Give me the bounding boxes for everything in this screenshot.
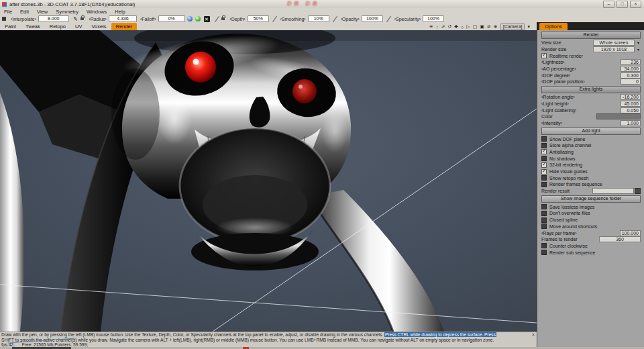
specularity-pen-icon[interactable]: ╱ (386, 15, 390, 22)
add-light-button[interactable]: Add light (541, 128, 641, 135)
brush-icon[interactable]: ✎ (72, 15, 78, 22)
tab-tweak[interactable]: Tweak (21, 23, 45, 30)
hide-visual-guides-label[interactable]: Hide visual guides (549, 169, 641, 174)
render-size-dropdown[interactable]: 1920 x 1018 (593, 46, 635, 52)
dismiss-hint-icon[interactable]: × (532, 333, 535, 337)
rotate-icon[interactable]: ↺ (447, 24, 451, 30)
move-icon[interactable]: ✚ (454, 24, 458, 30)
tab-uv[interactable]: UV (70, 23, 87, 30)
menu-help[interactable]: Help (111, 9, 129, 15)
interpolate-input[interactable]: 8.000 (38, 15, 69, 22)
hide-visual-guides-checkbox[interactable] (541, 169, 547, 174)
realtime-render-label[interactable]: Realtime render (549, 54, 641, 58)
lock-icon[interactable] (80, 17, 84, 20)
depth-pen-icon[interactable]: ╱ (215, 15, 219, 22)
menu-edit[interactable]: Edit (16, 9, 33, 15)
light-scattering-input[interactable]: 0.050 (621, 107, 641, 113)
chevron-down-icon[interactable]: ▾ (636, 47, 641, 52)
dof-degree-input[interactable]: 0.300 (621, 72, 641, 79)
dont-overwrite-checkbox[interactable] (541, 211, 547, 216)
closed-spline-label[interactable]: Closed spline (549, 217, 641, 222)
opacity-input[interactable]: 100% (362, 15, 383, 22)
no-shadows-label[interactable]: No shadows (549, 156, 641, 161)
intensity-input[interactable]: 1.000 (621, 120, 641, 126)
view-size-dropdown[interactable]: Whole screen (593, 40, 635, 46)
dont-overwrite-label[interactable]: Don't overwrite files (549, 211, 641, 215)
closed-spline-checkbox[interactable] (541, 217, 547, 223)
antialiasing-checkbox[interactable] (541, 149, 547, 154)
tab-voxels[interactable]: Voxels (87, 23, 111, 30)
save-lossless-label[interactable]: Save lossless images (549, 205, 641, 209)
status-bar: Draw with the pen, or by pressing the le… (0, 332, 537, 348)
brush-shape-icon[interactable] (2, 17, 6, 21)
show-retopo-mesh-label[interactable]: Show retopo mesh (549, 176, 641, 181)
antialiasing-label[interactable]: Antialiasing (549, 150, 641, 154)
move-around-shortcuts-label[interactable]: Move around shortcuts (549, 224, 641, 229)
menu-windows[interactable]: Windows (83, 9, 111, 15)
render-sub-sequence-label[interactable]: Render sub sequence (549, 250, 641, 255)
move-around-shortcuts-checkbox[interactable] (541, 223, 547, 229)
frames-to-render-input[interactable]: 360 (599, 236, 641, 242)
lightness-input[interactable]: 236 (621, 59, 641, 65)
specularity-input[interactable]: 100% (423, 15, 444, 22)
frame-icon[interactable]: ▢ (473, 24, 478, 30)
scale-icon[interactable]: ⇗ (441, 24, 445, 30)
target-icon[interactable]: ⊕ (494, 24, 498, 30)
render-sub-sequence-checkbox[interactable] (541, 250, 547, 255)
browse-button[interactable] (635, 188, 641, 194)
show-image-sequence-folder-button[interactable]: Show image sequence folder (541, 195, 641, 203)
color-swatch[interactable] (596, 113, 641, 119)
rays-per-frame-input[interactable]: 100.000 (620, 230, 641, 236)
depth-lock-icon[interactable] (221, 17, 225, 20)
menu-file[interactable]: File (0, 9, 16, 15)
frame-all-icon[interactable]: ▣ (480, 24, 484, 30)
smoothing-pen-icon[interactable]: ╱ (272, 15, 276, 22)
save-lossless-checkbox[interactable] (541, 204, 547, 209)
show-dof-plane-checkbox[interactable] (541, 136, 547, 142)
tab-paint[interactable]: Paint (0, 23, 21, 30)
tab-options[interactable]: Options (539, 23, 568, 30)
minimize-button[interactable]: – (603, 1, 614, 8)
menu-view[interactable]: View (33, 9, 52, 15)
store-alpha-checkbox[interactable] (541, 143, 547, 148)
render-result-input[interactable] (592, 188, 634, 194)
viewport-canvas[interactable] (0, 30, 537, 332)
play-icon[interactable]: ▷ (466, 24, 470, 30)
tab-render[interactable]: Render (111, 23, 138, 30)
light-icon[interactable]: ✳ (429, 24, 433, 30)
counter-clockwise-checkbox[interactable] (541, 243, 547, 248)
maximize-button[interactable]: □ (616, 1, 628, 8)
realtime-render-checkbox[interactable] (541, 53, 547, 58)
tab-retopo[interactable]: Retopo (45, 23, 70, 30)
up-axis-icon[interactable]: ↑ (436, 25, 439, 30)
rotation-angle-input[interactable]: -16.200 (621, 94, 641, 100)
32bit-rendering-label[interactable]: 32-bit rendering (549, 162, 641, 167)
render-frames-sequence-label[interactable]: Render frames sequence (549, 182, 641, 187)
zoom-icon[interactable]: ○ (461, 25, 464, 30)
close-button[interactable]: × (630, 1, 641, 8)
depth-input[interactable]: 50% (248, 15, 269, 22)
store-alpha-label[interactable]: Store alpha channel (549, 143, 641, 148)
camera-dropdown[interactable]: [Camera] (500, 23, 525, 30)
32bit-rendering-checkbox[interactable] (541, 162, 547, 168)
sphere-blue-icon[interactable] (187, 16, 193, 21)
falloff-input[interactable]: 0% (158, 15, 185, 22)
show-retopo-mesh-checkbox[interactable] (541, 175, 547, 181)
no-shadows-checkbox[interactable] (541, 156, 547, 161)
light-height-input[interactable]: 45.000 (621, 101, 641, 107)
render-frames-sequence-checkbox[interactable] (541, 182, 547, 187)
ao-percentage-input[interactable]: 34.000 (621, 66, 641, 72)
opacity-pen-icon[interactable]: ╱ (333, 15, 337, 22)
menu-symmetry[interactable]: Symmetry (52, 9, 83, 15)
smoothing-input[interactable]: 10% (308, 15, 329, 22)
no-snap-icon[interactable]: ⊘ (487, 24, 491, 30)
clear-x-icon[interactable]: ✕ (204, 16, 210, 22)
radius-input[interactable]: 4.336 (109, 15, 137, 22)
render-scene (0, 30, 537, 332)
chevron-down-icon[interactable]: ▾ (636, 40, 641, 45)
dof-plane-input[interactable]: 0 (621, 79, 641, 85)
sphere-green-icon[interactable] (195, 16, 201, 21)
show-dof-plane-label[interactable]: Show DOF plane (549, 137, 641, 142)
camera-dropdown-arrow[interactable]: ▾ (527, 24, 530, 30)
counter-clockwise-label[interactable]: Counter clockwise (549, 244, 641, 248)
